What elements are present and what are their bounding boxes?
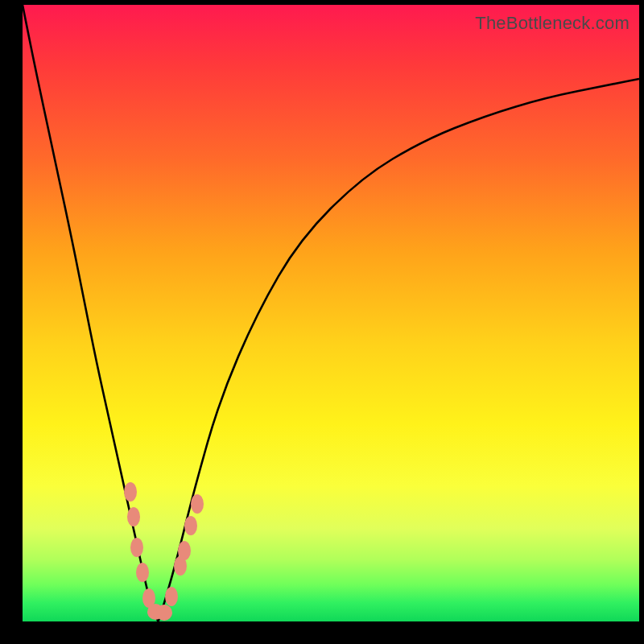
data-marker: [165, 587, 178, 606]
curve-left-arm: [23, 5, 159, 621]
data-marker: [124, 482, 137, 502]
plot-area: TheBottleneck.com: [23, 5, 639, 621]
data-marker: [178, 541, 191, 560]
curve-layer: [23, 5, 639, 621]
curve-right-arm: [159, 79, 639, 621]
data-marker: [156, 605, 172, 621]
data-marker: [191, 494, 204, 514]
data-marker: [136, 563, 149, 582]
chart-frame: TheBottleneck.com: [0, 0, 644, 644]
data-marker: [184, 516, 197, 535]
data-marker: [127, 507, 140, 526]
data-marker: [130, 538, 143, 557]
